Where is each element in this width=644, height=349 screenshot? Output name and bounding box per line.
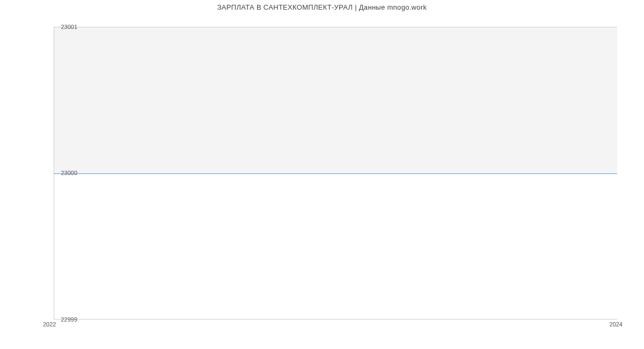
chart-title: ЗАРПЛАТА В САНТЕХКОМПЛЕКТ-УРАЛ | Данные … <box>0 0 644 14</box>
plot-band-upper <box>54 27 617 173</box>
chart-plot-area <box>54 27 617 319</box>
x-axis-tick-left: 2022 <box>43 321 56 328</box>
data-line <box>54 173 617 174</box>
plot-band-lower <box>54 173 617 320</box>
y-axis-tick-top: 23001 <box>54 24 77 30</box>
x-axis-tick-right: 2024 <box>610 321 623 328</box>
y-axis-tick-bottom: 22999 <box>54 316 77 323</box>
